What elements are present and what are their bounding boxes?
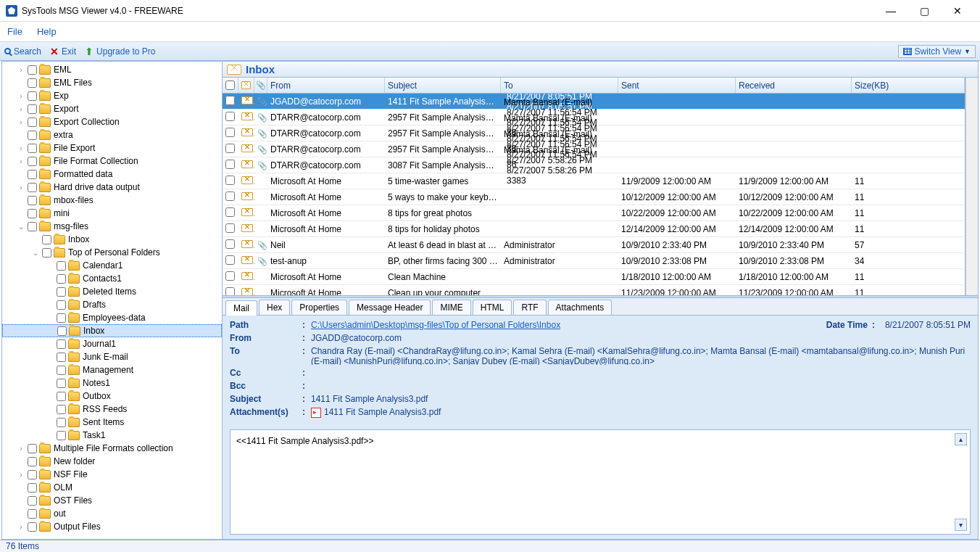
tree-checkbox[interactable] bbox=[28, 183, 37, 192]
tree-checkbox[interactable] bbox=[57, 274, 66, 284]
col-subject[interactable]: Subject bbox=[385, 78, 501, 93]
tree-node[interactable]: ⌄ msg-files bbox=[2, 220, 222, 233]
tree-checkbox[interactable] bbox=[57, 313, 66, 323]
email-row[interactable]: Microsoft At Home 8 tips for holiday pho… bbox=[223, 221, 965, 237]
tree-node[interactable]: › Exp bbox=[2, 89, 222, 102]
tree-node[interactable]: Management bbox=[2, 363, 222, 376]
tree-checkbox[interactable] bbox=[28, 118, 37, 127]
tab-hex[interactable]: Hex bbox=[259, 300, 290, 315]
row-checkbox[interactable] bbox=[225, 144, 235, 153]
scrollbar[interactable] bbox=[966, 78, 978, 295]
tree-checkbox[interactable] bbox=[28, 78, 37, 88]
tree-checkbox[interactable] bbox=[57, 418, 66, 427]
tree-node[interactable]: › Export Collection bbox=[2, 115, 222, 128]
exit-button[interactable]: ✕ Exit bbox=[50, 46, 76, 57]
expander-icon[interactable]: ⌄ bbox=[17, 223, 25, 231]
tree-node[interactable]: Formatted data bbox=[2, 168, 222, 181]
tree-node[interactable]: mini bbox=[2, 207, 222, 220]
tree-checkbox[interactable] bbox=[57, 379, 66, 388]
tree-node[interactable]: RSS Feeds bbox=[2, 403, 222, 416]
row-checkbox[interactable] bbox=[225, 287, 235, 296]
tree-checkbox[interactable] bbox=[28, 222, 37, 231]
row-checkbox[interactable] bbox=[225, 207, 235, 217]
tree-checkbox[interactable] bbox=[57, 431, 66, 440]
tree-checkbox[interactable] bbox=[28, 444, 37, 453]
row-checkbox[interactable] bbox=[225, 191, 235, 201]
row-checkbox[interactable] bbox=[225, 112, 235, 121]
tree-checkbox[interactable] bbox=[28, 470, 37, 479]
tree-node[interactable]: › Export bbox=[2, 102, 222, 115]
col-received[interactable]: Received bbox=[736, 78, 852, 93]
folder-tree[interactable]: › EML EML Files› Exp› Export› Export Col… bbox=[2, 62, 223, 539]
tab-attachments[interactable]: Attachments bbox=[548, 300, 612, 315]
tree-node[interactable]: › File Export bbox=[2, 141, 222, 155]
tree-node[interactable]: OST Files bbox=[2, 494, 222, 507]
tree-node[interactable]: › Hard drive data output bbox=[2, 181, 222, 194]
tree-node[interactable]: Task1 bbox=[2, 429, 222, 442]
tree-node[interactable]: OLM bbox=[2, 481, 222, 494]
tree-checkbox[interactable] bbox=[57, 405, 66, 414]
expander-icon[interactable]: › bbox=[17, 157, 25, 165]
tab-html[interactable]: HTML bbox=[473, 300, 512, 315]
tree-checkbox[interactable] bbox=[28, 157, 37, 166]
tree-node[interactable]: Contacts1 bbox=[2, 272, 222, 285]
email-grid[interactable]: 📎 From Subject To Sent Received Size(KB)… bbox=[223, 78, 966, 295]
path-link[interactable]: C:\Users\admin\Desktop\msg-files\Top of … bbox=[311, 320, 560, 330]
row-checkbox[interactable] bbox=[225, 271, 235, 281]
menu-help[interactable]: Help bbox=[37, 26, 57, 37]
tree-checkbox[interactable] bbox=[28, 509, 37, 519]
maximize-button[interactable]: ▢ bbox=[908, 0, 941, 22]
tree-checkbox[interactable] bbox=[57, 326, 67, 336]
tree-node[interactable]: extra bbox=[2, 128, 222, 141]
grid-header[interactable]: 📎 From Subject To Sent Received Size(KB) bbox=[223, 78, 965, 94]
tab-message-header[interactable]: Message Header bbox=[349, 300, 431, 315]
tree-node[interactable]: mbox-files bbox=[2, 194, 222, 207]
tree-checkbox[interactable] bbox=[28, 209, 37, 218]
tree-checkbox[interactable] bbox=[57, 366, 66, 375]
tree-checkbox[interactable] bbox=[28, 196, 37, 205]
email-row[interactable]: 📎 DTARR@catocorp.com 3087 Fit Sample Ana… bbox=[223, 157, 965, 173]
tree-checkbox[interactable] bbox=[57, 353, 66, 362]
tree-checkbox[interactable] bbox=[28, 104, 37, 114]
tree-node[interactable]: › NSF File bbox=[2, 468, 222, 481]
tree-node[interactable]: › File Format Collection bbox=[2, 155, 222, 168]
tree-checkbox[interactable] bbox=[57, 339, 66, 349]
tab-mail[interactable]: Mail bbox=[225, 300, 257, 316]
attachments-value[interactable]: 1411 Fit Sample Analysis3.pdf bbox=[311, 407, 971, 418]
minimize-button[interactable]: — bbox=[874, 0, 908, 22]
tree-checkbox[interactable] bbox=[28, 91, 37, 101]
tree-node[interactable]: Calendar1 bbox=[2, 259, 222, 272]
tree-checkbox[interactable] bbox=[42, 235, 51, 244]
expander-icon[interactable]: › bbox=[17, 471, 25, 479]
expander-icon[interactable]: › bbox=[17, 184, 25, 191]
row-checkbox[interactable] bbox=[225, 176, 235, 185]
row-checkbox[interactable] bbox=[225, 255, 235, 265]
email-row[interactable]: 📎 Neil At least 6 dead in blast at C... … bbox=[223, 237, 965, 253]
tree-checkbox[interactable] bbox=[42, 248, 51, 258]
scroll-up-button[interactable]: ▴ bbox=[955, 433, 967, 445]
col-to[interactable]: To bbox=[501, 78, 618, 93]
col-sent[interactable]: Sent bbox=[618, 78, 736, 93]
search-button[interactable]: Search bbox=[4, 46, 41, 57]
tree-node[interactable]: Deleted Items bbox=[2, 285, 222, 298]
tree-checkbox[interactable] bbox=[28, 65, 37, 75]
tree-checkbox[interactable] bbox=[57, 287, 66, 297]
email-row[interactable]: Microsoft At Home 5 ways to make your ke… bbox=[223, 189, 965, 205]
row-checkbox[interactable] bbox=[225, 223, 235, 233]
expander-icon[interactable]: ⌄ bbox=[31, 249, 40, 257]
close-button[interactable]: ✕ bbox=[941, 0, 974, 22]
expander-icon[interactable]: › bbox=[17, 66, 25, 74]
tree-checkbox[interactable] bbox=[28, 522, 37, 532]
email-row[interactable]: Microsoft At Home Clean Machine 1/18/201… bbox=[223, 269, 965, 285]
tree-node[interactable]: Sent Items bbox=[2, 416, 222, 429]
tree-checkbox[interactable] bbox=[28, 144, 37, 153]
tree-checkbox[interactable] bbox=[28, 496, 37, 506]
expander-icon[interactable]: › bbox=[17, 445, 25, 453]
row-checkbox[interactable] bbox=[225, 128, 235, 137]
tree-checkbox[interactable] bbox=[57, 300, 66, 310]
email-row[interactable]: 📎 test-anup BP, other firms facing 300 l… bbox=[223, 253, 965, 269]
tree-node[interactable]: ⌄ Top of Personal Folders bbox=[2, 246, 222, 259]
tree-node[interactable]: Journal1 bbox=[2, 337, 222, 350]
tab-mime[interactable]: MIME bbox=[432, 300, 470, 315]
expander-icon[interactable]: › bbox=[17, 523, 25, 531]
